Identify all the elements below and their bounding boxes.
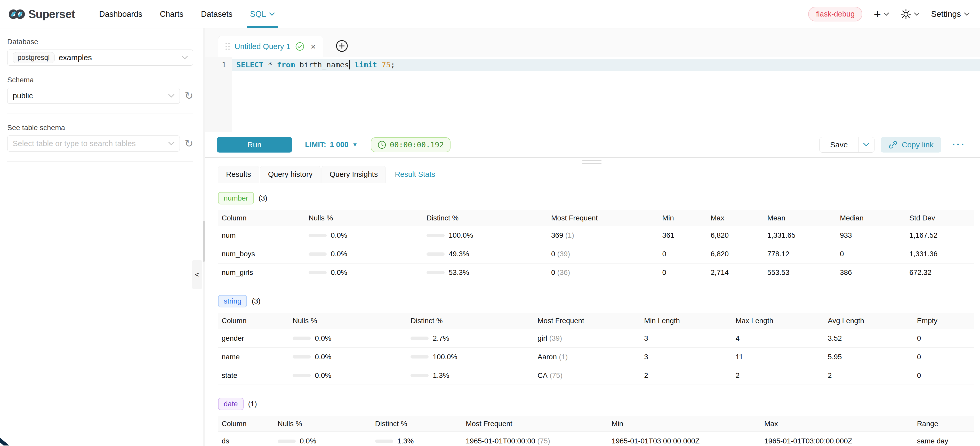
cell-value: 0 <box>662 268 667 276</box>
result-tab-result-stats[interactable]: Result Stats <box>387 166 443 183</box>
copy-link-button[interactable]: Copy link <box>881 137 941 153</box>
settings-menu[interactable]: Settings <box>931 9 970 19</box>
column-header: Max <box>707 210 764 226</box>
table-select[interactable] <box>7 135 180 151</box>
cell-value: 11 <box>736 353 743 361</box>
stat-cell: 0(36) <box>547 263 659 282</box>
column-header: Most Frequent <box>534 313 640 329</box>
cell-value: 0 <box>662 250 667 258</box>
cell-value: 672.32 <box>909 268 931 276</box>
stat-cell: 386 <box>836 263 906 282</box>
stat-cell: CA(75) <box>534 366 640 385</box>
save-button[interactable]: Save <box>820 137 858 152</box>
result-tabs: ResultsQuery historyQuery InsightsResult… <box>204 166 980 183</box>
stat-cell: 1,167.52 <box>906 226 974 245</box>
table-row: name0.0%100.0%Aaron(1)3115.950 <box>218 348 974 366</box>
cell-value: 0 <box>840 250 844 258</box>
database-select[interactable]: postgresql examples <box>7 49 193 65</box>
chevron-down-icon <box>914 13 920 16</box>
copy-link-label: Copy link <box>902 140 934 149</box>
table-row: gender0.0%2.7%girl(39)343.520 <box>218 329 974 348</box>
column-header: Min <box>659 210 707 226</box>
code-token: from <box>277 61 295 69</box>
percent-value: 0.0% <box>315 371 331 380</box>
percent-bar <box>293 336 311 340</box>
collapse-sidebar-button[interactable]: < <box>192 260 202 289</box>
run-button[interactable]: Run <box>217 137 292 153</box>
cell-value: 2,714 <box>711 268 729 276</box>
query-timer: 00:00:00.192 <box>371 137 451 152</box>
stat-cell: 6,820 <box>707 226 764 245</box>
nav-item-label: Charts <box>160 10 183 19</box>
percent-bar <box>410 336 429 340</box>
column-header: Range <box>913 416 974 432</box>
column-header: Min Length <box>640 313 732 329</box>
panel-resize-handle[interactable] <box>204 158 980 166</box>
percent-value: 100.0% <box>433 353 457 361</box>
refresh-tables-icon[interactable]: ↻ <box>185 139 193 149</box>
column-header: Most Frequent <box>547 210 659 226</box>
cell-count-muted: (75) <box>537 437 550 445</box>
limit-dropdown[interactable]: LIMIT: 1 000 ▼ <box>305 140 358 149</box>
stats-table-string: ColumnNulls %Distinct %Most FrequentMin … <box>218 313 974 385</box>
column-header: Nulls % <box>305 210 423 226</box>
refresh-schema-icon[interactable]: ↻ <box>185 91 193 101</box>
cell-value: 2 <box>644 371 648 379</box>
new-query-tab-button[interactable] <box>336 40 348 52</box>
env-badge: flask-debug <box>808 7 862 21</box>
cell-value: 361 <box>662 231 675 239</box>
stat-cell: 100.0% <box>423 226 547 245</box>
cell-value: gender <box>222 334 244 342</box>
sql-editor[interactable]: 1 SELECT * from birth_names limit 75; <box>204 57 980 132</box>
result-tab-query-insights[interactable]: Query Insights <box>321 166 386 183</box>
cell-value: 1965-01-01T00:00:00 <box>466 437 535 445</box>
superset-brand[interactable]: Superset <box>9 8 75 21</box>
type-badge-string: string <box>218 295 247 307</box>
sidebar-scrollbar[interactable] <box>203 29 205 446</box>
stat-cell: 0(39) <box>547 245 659 263</box>
schema-select[interactable]: public <box>7 88 180 104</box>
close-tab-icon[interactable]: × <box>311 42 316 51</box>
nav-item-datasets[interactable]: Datasets <box>192 0 241 28</box>
stat-cell: Aaron(1) <box>534 348 640 366</box>
more-actions-button[interactable]: ··· <box>952 139 966 150</box>
result-tab-results[interactable]: Results <box>218 166 259 183</box>
nav-items: DashboardsChartsDatasetsSQL <box>90 0 283 28</box>
stat-cell: 0.0% <box>305 263 423 282</box>
nav-item-charts[interactable]: Charts <box>151 0 192 28</box>
table-select-input[interactable] <box>13 139 164 148</box>
code-token <box>377 61 381 69</box>
percent-bar <box>426 234 445 237</box>
sidebar-divider <box>7 161 193 162</box>
table-schema-label: See table schema <box>7 124 193 132</box>
cell-value: 0 <box>917 353 921 361</box>
caret-down-icon: ▼ <box>352 142 358 148</box>
percent-bar <box>410 374 429 377</box>
table-row: state0.0%1.3%CA(75)2220 <box>218 366 974 385</box>
theme-toggle-button[interactable] <box>900 9 920 20</box>
stat-cell: gender <box>218 329 289 348</box>
stat-cell: 49.3% <box>423 245 547 263</box>
drag-handle-icon[interactable] <box>226 43 230 50</box>
stat-cell: 672.32 <box>906 263 974 282</box>
code-token: * <box>263 61 277 69</box>
sql-code-line[interactable]: SELECT * from birth_names limit 75; <box>236 59 395 71</box>
nav-item-sql[interactable]: SQL <box>241 0 283 28</box>
percent-bar <box>278 440 296 443</box>
stat-cell: 2.7% <box>407 329 534 348</box>
cell-value: 778.12 <box>767 250 789 258</box>
cell-value: 1965-01-01T03:00:00.000Z <box>764 437 852 445</box>
section-header: number(3) <box>218 192 974 204</box>
save-options-button[interactable] <box>858 137 874 152</box>
new-item-button[interactable]: + <box>874 8 889 21</box>
result-tab-query-history[interactable]: Query history <box>260 166 320 183</box>
scrollbar-thumb[interactable] <box>203 221 205 262</box>
percent-bar <box>410 355 429 358</box>
table-row: ds0.0%1.3%1965-01-01T00:00:00(75)1965-01… <box>218 432 974 446</box>
query-tab[interactable]: Untitled Query 1 × <box>218 36 323 57</box>
table-row: num0.0%100.0%369(1)3616,8201,331.659331,… <box>218 226 974 245</box>
nav-item-dashboards[interactable]: Dashboards <box>90 0 151 28</box>
stat-cell: 2 <box>824 366 913 385</box>
cell-value: num <box>222 231 235 239</box>
cell-value: 1,167.52 <box>909 231 937 239</box>
